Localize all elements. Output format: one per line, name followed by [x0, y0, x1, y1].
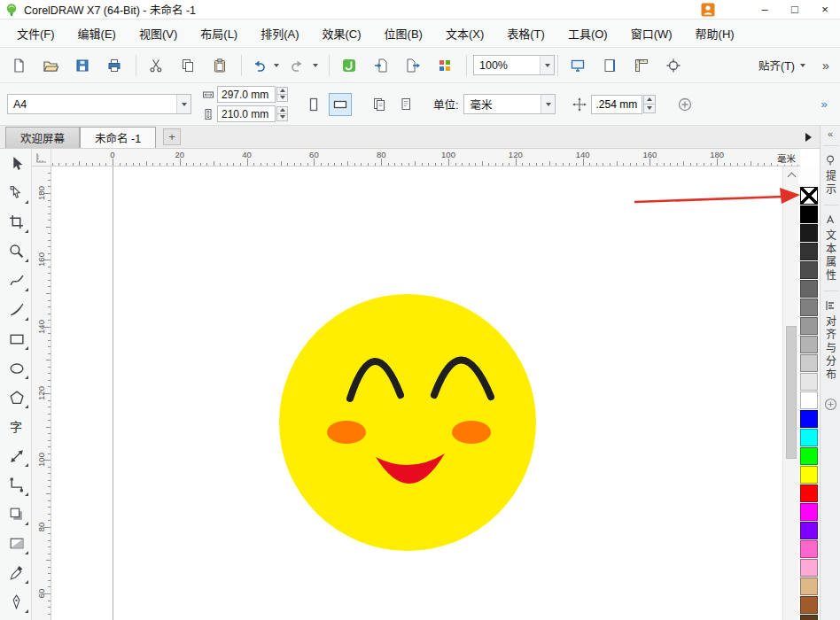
- vertical-scrollbar[interactable]: [782, 167, 798, 620]
- palette-swatch-70-black[interactable]: [800, 261, 818, 279]
- palette-swatch-black[interactable]: [800, 205, 818, 223]
- polygon-tool[interactable]: [0, 383, 32, 412]
- content-search-icon[interactable]: [336, 53, 362, 78]
- landscape-button[interactable]: [329, 93, 352, 116]
- redo-dropdown-icon[interactable]: [310, 53, 321, 78]
- palette-swatch-purple[interactable]: [800, 522, 818, 539]
- zoom-level-combobox[interactable]: 100%: [473, 55, 555, 75]
- import-button[interactable]: [368, 53, 394, 78]
- smiley-drawing[interactable]: [51, 167, 782, 620]
- units-dropdown-icon[interactable]: [541, 95, 555, 113]
- current-page-button[interactable]: [394, 93, 417, 116]
- redo-button[interactable]: [287, 53, 308, 78]
- rectangle-tool[interactable]: [0, 324, 32, 353]
- tab-welcome-screen[interactable]: 欢迎屏幕: [5, 127, 80, 148]
- palette-swatch-pink[interactable]: [800, 540, 818, 558]
- ellipse-tool[interactable]: [0, 353, 32, 383]
- undo-button[interactable]: [248, 53, 269, 78]
- object-origin-icon[interactable]: [673, 93, 696, 116]
- undo-dropdown-icon[interactable]: [271, 53, 282, 78]
- snap-crosshair-icon[interactable]: [660, 53, 687, 78]
- ruler-origin-icon[interactable]: [32, 149, 51, 167]
- docker-collapse-icon[interactable]: «: [828, 126, 833, 141]
- zoom-tool[interactable]: [0, 236, 32, 266]
- palette-swatch-green[interactable]: [800, 447, 818, 465]
- palette-swatch-no-color[interactable]: [800, 187, 818, 205]
- palette-swatch-10-black[interactable]: [800, 373, 818, 391]
- menu-help[interactable]: 帮助(H): [684, 19, 746, 47]
- palette-swatch-80-black[interactable]: [800, 243, 818, 260]
- docker-tab-hints[interactable]: 提示: [823, 151, 838, 200]
- menu-arrange[interactable]: 排列(A): [249, 19, 310, 47]
- property-bar-overflow-icon[interactable]: »: [815, 97, 833, 111]
- page-height-input[interactable]: [217, 105, 276, 122]
- units-combobox[interactable]: 毫米: [463, 94, 556, 114]
- application-launcher-icon[interactable]: [432, 53, 458, 78]
- outline-pen-tool[interactable]: [0, 587, 32, 616]
- menu-table[interactable]: 表格(T): [495, 19, 556, 47]
- menu-view[interactable]: 视图(V): [128, 19, 189, 47]
- save-button[interactable]: [69, 53, 96, 78]
- paste-button[interactable]: [206, 53, 233, 78]
- text-tool[interactable]: 字: [0, 412, 32, 441]
- nudge-distance-input[interactable]: [591, 95, 642, 114]
- menu-bitmaps[interactable]: 位图(B): [373, 19, 434, 47]
- palette-swatch-90-black[interactable]: [800, 224, 818, 242]
- tab-scroll-right-button[interactable]: [802, 131, 814, 143]
- palette-swatch-tan[interactable]: [800, 577, 818, 595]
- menu-effects[interactable]: 效果(C): [311, 19, 373, 47]
- palette-swatch-magenta[interactable]: [800, 503, 818, 521]
- docker-tab-align-distribute[interactable]: 对齐与分布: [823, 296, 838, 385]
- menu-tools[interactable]: 工具(O): [556, 19, 619, 47]
- pick-tool[interactable]: [0, 149, 32, 178]
- show-page-border-icon[interactable]: [596, 53, 623, 78]
- page-height-down-icon[interactable]: [276, 113, 288, 121]
- menu-window[interactable]: 窗口(W): [619, 19, 684, 47]
- transparency-tool[interactable]: [0, 529, 32, 558]
- horizontal-ruler[interactable]: 毫米 020406080100120140160180: [51, 149, 800, 167]
- canvas[interactable]: [51, 167, 782, 620]
- palette-swatch-60-black[interactable]: [800, 280, 818, 298]
- menu-edit[interactable]: 编辑(E): [66, 19, 128, 47]
- scrollbar-thumb[interactable]: [786, 326, 797, 459]
- quick-customize-icon[interactable]: [824, 398, 837, 414]
- palette-swatch-blue[interactable]: [800, 410, 818, 428]
- full-screen-preview-icon[interactable]: [564, 53, 591, 78]
- open-button[interactable]: [37, 53, 64, 78]
- palette-swatch-50-black[interactable]: [800, 298, 818, 316]
- all-pages-button[interactable]: [368, 93, 391, 116]
- page-size-dropdown-icon[interactable]: [176, 95, 191, 113]
- palette-swatch-20-black[interactable]: [800, 354, 818, 372]
- drop-shadow-tool[interactable]: [0, 500, 32, 529]
- account-icon[interactable]: [700, 2, 716, 18]
- scroll-up-icon[interactable]: [783, 168, 799, 182]
- dimension-tool[interactable]: [0, 441, 32, 470]
- palette-swatch-40-black[interactable]: [800, 317, 818, 335]
- palette-swatch-white[interactable]: [800, 391, 818, 409]
- page-width-down-icon[interactable]: [276, 94, 288, 102]
- menu-file[interactable]: 文件(F): [5, 19, 66, 47]
- nudge-down-icon[interactable]: [643, 104, 656, 113]
- maximize-button[interactable]: □: [780, 0, 810, 19]
- vertical-ruler[interactable]: 1801601401201008060: [32, 167, 51, 620]
- artistic-media-tool[interactable]: [0, 295, 32, 324]
- palette-swatch-brown[interactable]: [800, 596, 818, 614]
- print-button[interactable]: [101, 53, 128, 78]
- palette-swatch-yellow[interactable]: [800, 466, 818, 484]
- connector-tool[interactable]: [0, 470, 32, 500]
- tab-untitled-1[interactable]: 未命名 -1: [80, 127, 156, 148]
- palette-swatch-30-black[interactable]: [800, 336, 818, 353]
- shape-tool[interactable]: [0, 178, 32, 207]
- freehand-tool[interactable]: [0, 266, 32, 295]
- portrait-button[interactable]: [302, 93, 325, 116]
- crop-tool[interactable]: [0, 207, 32, 236]
- snap-to-dropdown[interactable]: 贴齐(T): [752, 52, 812, 78]
- new-tab-button[interactable]: +: [163, 128, 181, 145]
- zoom-dropdown-icon[interactable]: [540, 56, 554, 74]
- docker-tab-text-properties[interactable]: 文本属性: [823, 210, 838, 286]
- copy-button[interactable]: [175, 53, 201, 78]
- export-button[interactable]: [400, 53, 426, 78]
- color-eyedropper-tool[interactable]: [0, 558, 32, 587]
- minimize-button[interactable]: –: [750, 0, 780, 19]
- page-width-input[interactable]: [217, 86, 276, 103]
